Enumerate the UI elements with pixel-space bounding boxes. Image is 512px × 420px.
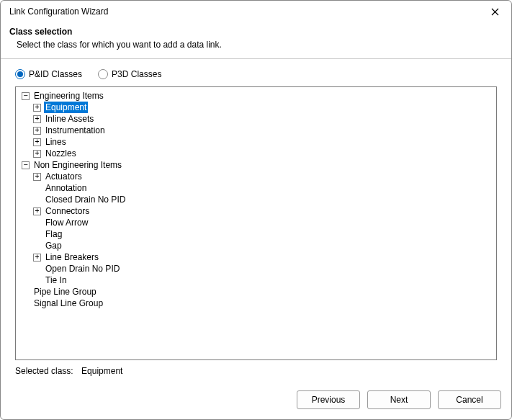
tree-node[interactable]: Open Drain No PID bbox=[19, 263, 493, 274]
expander-spacer bbox=[22, 288, 30, 296]
selected-class-prefix: Selected class: bbox=[15, 366, 73, 376]
tree-node-label[interactable]: Equipment bbox=[44, 102, 88, 113]
collapse-icon[interactable]: − bbox=[22, 161, 30, 169]
tree-node-label[interactable]: Inline Assets bbox=[44, 113, 95, 125]
close-button[interactable] bbox=[484, 1, 506, 22]
tree-node[interactable]: Flow Arrow bbox=[19, 217, 493, 228]
page-title: Class selection bbox=[9, 27, 503, 37]
wizard-footer: Previous Next Cancel bbox=[1, 383, 511, 419]
expand-icon[interactable]: + bbox=[33, 138, 41, 146]
expander-spacer bbox=[33, 219, 41, 227]
expander-spacer bbox=[22, 300, 30, 308]
cancel-button[interactable]: Cancel bbox=[438, 390, 501, 409]
tree-node-label[interactable]: Flow Arrow bbox=[44, 217, 89, 228]
expander-spacer bbox=[33, 184, 41, 192]
tree-node[interactable]: +Instrumentation bbox=[19, 125, 493, 136]
radio-label: P3D Classes bbox=[112, 69, 161, 79]
radio-icon bbox=[98, 69, 108, 79]
tree-node[interactable]: Closed Drain No PID bbox=[19, 194, 493, 205]
tree-node[interactable]: Pipe Line Group bbox=[19, 286, 493, 298]
radio-p3d-classes[interactable]: P3D Classes bbox=[98, 69, 161, 79]
tree-node-label[interactable]: Closed Drain No PID bbox=[44, 194, 127, 205]
tree-node[interactable]: +Nozzles bbox=[19, 148, 493, 159]
tree-node[interactable]: −Non Engineering Items bbox=[19, 159, 493, 171]
tree-node[interactable]: +Line Breakers bbox=[19, 251, 493, 263]
tree-node[interactable]: Signal Line Group bbox=[19, 298, 493, 309]
expander-spacer bbox=[33, 231, 41, 238]
next-button[interactable]: Next bbox=[367, 390, 431, 409]
content-area: P&ID Classes P3D Classes −Engineering It… bbox=[1, 59, 511, 383]
tree-node-label[interactable]: Actuators bbox=[44, 171, 84, 182]
tree-node-label[interactable]: Connectors bbox=[44, 205, 91, 217]
tree-node-label[interactable]: Flag bbox=[44, 228, 63, 240]
tree-node-label[interactable]: Pipe Line Group bbox=[32, 286, 98, 298]
tree-node-label[interactable]: Open Drain No PID bbox=[44, 263, 121, 274]
tree-node[interactable]: +Inline Assets bbox=[19, 113, 493, 125]
tree-node-label[interactable]: Gap bbox=[44, 240, 63, 251]
expand-icon[interactable]: + bbox=[33, 127, 41, 135]
tree-node[interactable]: +Actuators bbox=[19, 171, 493, 182]
page-subtitle: Select the class for which you want to a… bbox=[17, 40, 503, 50]
expand-icon[interactable]: + bbox=[33, 173, 41, 181]
class-tree[interactable]: −Engineering Items+Equipment+Inline Asse… bbox=[15, 86, 497, 360]
class-type-radios: P&ID Classes P3D Classes bbox=[15, 69, 497, 79]
tree-node-label[interactable]: Non Engineering Items bbox=[32, 159, 123, 171]
tree-node[interactable]: +Equipment bbox=[19, 102, 493, 113]
collapse-icon[interactable]: − bbox=[22, 92, 30, 100]
close-icon bbox=[491, 8, 499, 16]
previous-button[interactable]: Previous bbox=[297, 390, 360, 409]
tree-node-label[interactable]: Annotation bbox=[44, 182, 88, 194]
expand-icon[interactable]: + bbox=[33, 150, 41, 158]
selected-class-value: Equipment bbox=[81, 366, 122, 376]
tree-node-label[interactable]: Engineering Items bbox=[32, 90, 105, 102]
title-bar: Link Configuration Wizard bbox=[1, 1, 511, 22]
tree-node[interactable]: +Lines bbox=[19, 136, 493, 148]
tree-node[interactable]: Flag bbox=[19, 228, 493, 240]
tree-node-label[interactable]: Tie In bbox=[44, 274, 68, 286]
expander-spacer bbox=[33, 277, 41, 285]
selected-class-line: Selected class: Equipment bbox=[15, 366, 497, 376]
wizard-header: Class selection Select the class for whi… bbox=[1, 22, 511, 59]
radio-icon bbox=[15, 69, 25, 79]
tree-node-label[interactable]: Signal Line Group bbox=[32, 298, 104, 309]
expand-icon[interactable]: + bbox=[33, 254, 41, 262]
expand-icon[interactable]: + bbox=[33, 104, 41, 112]
tree-node[interactable]: +Connectors bbox=[19, 205, 493, 217]
tree-node-label[interactable]: Lines bbox=[44, 136, 68, 148]
window-title: Link Configuration Wizard bbox=[9, 6, 108, 17]
expand-icon[interactable]: + bbox=[33, 115, 41, 123]
expander-spacer bbox=[33, 196, 41, 204]
tree-node-label[interactable]: Nozzles bbox=[44, 148, 78, 159]
tree-node[interactable]: Tie In bbox=[19, 274, 493, 286]
expander-spacer bbox=[33, 242, 41, 250]
tree-node[interactable]: Annotation bbox=[19, 182, 493, 194]
radio-label: P&ID Classes bbox=[29, 69, 82, 79]
tree-node[interactable]: Gap bbox=[19, 240, 493, 251]
radio-pid-classes[interactable]: P&ID Classes bbox=[15, 69, 82, 79]
tree-node-label[interactable]: Instrumentation bbox=[44, 125, 107, 136]
tree-node-label[interactable]: Line Breakers bbox=[44, 251, 100, 263]
expander-spacer bbox=[33, 265, 41, 273]
tree-node[interactable]: −Engineering Items bbox=[19, 90, 493, 102]
expand-icon[interactable]: + bbox=[33, 207, 41, 215]
